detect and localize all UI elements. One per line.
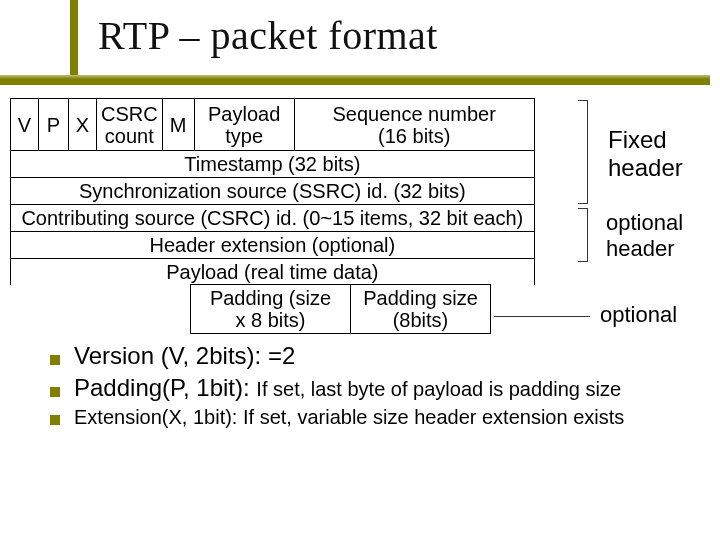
packet-diagram: V P X CSRC count M Payload type Sequence… [10,98,710,334]
bullet-padding-sub: If set, last byte of payload is padding … [256,378,621,400]
bullet-extension-text: Extension(X, 1bit): If set, variable siz… [74,406,624,429]
bullet-extension: Extension(X, 1bit): If set, variable siz… [50,406,710,429]
bullet-padding-main: Padding(P, 1bit): [74,374,256,401]
field-header-extension: Header extension (optional) [11,232,535,259]
field-x: X [69,99,97,151]
bullet-version-text: Version (V, 2bits): =2 [74,342,295,370]
field-sequence-number: Sequence number (16 bits) [294,99,534,151]
field-payload: Payload (real time data) [11,259,535,286]
field-ssrc: Synchronization source (SSRC) id. (32 bi… [11,178,535,205]
bullet-icon [50,355,60,365]
annotation-fixed-header: Fixed header [608,126,683,182]
field-timestamp: Timestamp (32 bits) [11,151,535,178]
field-payload-type: Payload type [194,99,294,151]
annotation-optional-header: optional header [606,210,683,262]
field-v: V [11,99,39,151]
packet-table: V P X CSRC count M Payload type Sequence… [10,98,535,285]
brace-fixed-header [578,100,588,204]
field-padding-body: Padding (size x 8 bits) [191,285,351,334]
field-padding-size: Padding size (8bits) [351,285,491,334]
field-m: M [162,99,194,151]
bullet-icon [50,415,60,425]
brace-optional-header [578,208,588,262]
title-accent-horizontal [0,75,710,85]
field-p: P [39,99,69,151]
field-csrc-list: Contributing source (CSRC) id. (0~15 ite… [11,205,535,232]
annotation-optional: optional [600,302,677,328]
padding-table: Padding (size x 8 bits) Padding size (8b… [190,284,491,334]
field-csrc-count: CSRC count [97,99,163,151]
title-accent-vertical [70,0,78,82]
bullet-icon [50,387,60,397]
bullet-list: Version (V, 2bits): =2 Padding(P, 1bit):… [10,342,710,429]
slide-title: RTP – packet format [98,12,438,59]
bullet-padding: Padding(P, 1bit): If set, last byte of p… [50,374,710,402]
line-optional [494,316,590,317]
bullet-version: Version (V, 2bits): =2 [50,342,710,370]
